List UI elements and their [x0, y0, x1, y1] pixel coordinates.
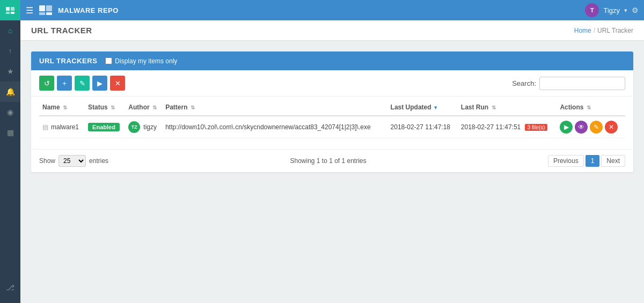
page-header: URL TRACKER Home / URL Tracker: [20, 20, 644, 41]
add-button[interactable]: +: [57, 76, 72, 91]
run-action-button[interactable]: ▶: [560, 121, 573, 134]
bell-sidebar-icon[interactable]: 🔔: [0, 82, 20, 102]
display-my-items-label[interactable]: Display my items only: [105, 57, 177, 65]
navbar-brand: MALWARE REPO: [39, 4, 119, 17]
globe-sidebar-icon[interactable]: ◉: [0, 102, 20, 122]
entries-label: entries: [89, 157, 108, 165]
breadcrumb-home[interactable]: Home: [574, 27, 591, 34]
sidebar-logo: [0, 0, 20, 20]
upload-sidebar-icon[interactable]: ↑: [0, 41, 20, 61]
cell-author: TZ tigzy: [125, 116, 162, 138]
chart-sidebar-icon[interactable]: ▦: [0, 122, 20, 143]
breadcrumb-current: URL Tracker: [597, 27, 633, 34]
sidebar: ⌂ ↑ ★ 🔔 ◉ ▦ ⎇: [0, 0, 20, 303]
cell-last-run: 2018-02-27 11:47:51 3 file(s): [458, 116, 557, 138]
breadcrumb: Home / URL Tracker: [574, 27, 633, 34]
navbar-right: T Tigzy ▾ ⚙: [585, 3, 639, 17]
breadcrumb-separator: /: [594, 27, 595, 34]
avatar: T: [585, 3, 599, 17]
run-button[interactable]: ▶: [92, 76, 107, 91]
svg-rect-6: [39, 12, 45, 15]
sort-name-icon: ⇅: [63, 105, 67, 110]
svg-rect-0: [6, 7, 10, 11]
next-page-button[interactable]: Next: [601, 155, 625, 167]
star-sidebar-icon[interactable]: ★: [0, 61, 20, 82]
files-badge: 3 file(s): [525, 124, 548, 131]
col-author[interactable]: Author ⇅: [125, 99, 162, 116]
svg-rect-7: [46, 12, 52, 15]
brand-icon: [39, 4, 55, 17]
author-avatar: TZ: [128, 121, 140, 133]
github-sidebar-icon[interactable]: ⎇: [0, 277, 20, 298]
user-dropdown-icon[interactable]: ▾: [624, 7, 627, 14]
svg-rect-4: [39, 5, 45, 11]
action-buttons: ▶ 👁 ✎ ✕: [560, 121, 622, 134]
row-icon: ▤: [42, 123, 48, 131]
card-header-title: URL TRACKERS: [39, 57, 97, 65]
col-last-updated[interactable]: Last Updated ▾: [387, 99, 458, 116]
sort-author-icon: ⇅: [152, 105, 157, 110]
search-label: Search:: [512, 79, 536, 87]
entries-select[interactable]: 25 50 100: [58, 155, 86, 167]
cell-last-updated: 2018-02-27 11:47:18: [387, 116, 458, 138]
col-last-run[interactable]: Last Run ⇅: [458, 99, 557, 116]
pagination-buttons: Previous 1 Next: [548, 155, 625, 167]
table-header: Name ⇅ Status ⇅ Author ⇅ Pattern ⇅ Last …: [39, 99, 625, 116]
card-header: URL TRACKERS Display my items only: [31, 51, 633, 70]
page-title: URL TRACKER: [31, 26, 92, 35]
row-name: malware1: [51, 123, 79, 131]
toolbar: ↺ + ✎ ▶ ✕ Search:: [31, 70, 633, 97]
col-pattern[interactable]: Pattern ⇅: [162, 99, 387, 116]
edit-button[interactable]: ✎: [75, 76, 90, 91]
brand-name: MALWARE REPO: [58, 6, 119, 14]
page-1-button[interactable]: 1: [586, 155, 600, 167]
cell-actions: ▶ 👁 ✎ ✕: [557, 116, 625, 138]
display-my-items-checkbox[interactable]: [105, 57, 112, 64]
col-actions[interactable]: Actions ⇅: [557, 99, 625, 116]
author-name: tigzy: [143, 123, 157, 131]
edit-action-button[interactable]: ✎: [590, 121, 603, 134]
cell-name: ▤ malware1: [39, 116, 85, 138]
svg-rect-1: [11, 7, 14, 11]
home-sidebar-icon[interactable]: ⌂: [0, 20, 20, 41]
sort-actions-icon: ⇅: [587, 105, 591, 110]
table-body: ▤ malware1 Enabled TZ tigzy http://down1…: [39, 116, 625, 138]
hamburger-icon[interactable]: ☰: [26, 5, 33, 16]
delete-button[interactable]: ✕: [110, 76, 125, 91]
cell-status: Enabled: [85, 116, 125, 138]
cell-pattern: http://down10\.zol\.com\.cn/skycndownern…: [162, 116, 387, 138]
main-card: URL TRACKERS Display my items only ↺ + ✎…: [31, 51, 633, 172]
gear-icon[interactable]: ⚙: [632, 6, 639, 14]
search-area: Search:: [512, 77, 625, 90]
sort-last-run-icon: ⇅: [492, 105, 496, 110]
top-navbar: ☰ MALWARE REPO T Tigzy ▾ ⚙: [20, 0, 644, 20]
search-input[interactable]: [539, 77, 625, 90]
sort-status-icon: ⇅: [111, 105, 115, 110]
pagination-bar: Show 25 50 100 entries Showing 1 to 1 of…: [31, 149, 633, 172]
refresh-button[interactable]: ↺: [39, 76, 54, 91]
show-entries: Show 25 50 100 entries: [39, 155, 108, 167]
col-name[interactable]: Name ⇅: [39, 99, 85, 116]
svg-rect-3: [11, 12, 14, 14]
svg-rect-5: [46, 5, 52, 11]
table-row: ▤ malware1 Enabled TZ tigzy http://down1…: [39, 116, 625, 138]
sort-pattern-icon: ⇅: [191, 105, 195, 110]
user-name[interactable]: Tigzy: [603, 6, 620, 14]
col-status[interactable]: Status ⇅: [85, 99, 125, 116]
sort-last-updated-icon: ▾: [434, 105, 437, 110]
previous-page-button[interactable]: Previous: [548, 155, 584, 167]
view-action-button[interactable]: 👁: [575, 121, 588, 134]
status-badge: Enabled: [88, 123, 120, 131]
content-area: URL TRACKERS Display my items only ↺ + ✎…: [20, 41, 644, 303]
main-content: ☰ MALWARE REPO T Tigzy ▾ ⚙ URL TRACKER: [20, 0, 644, 303]
delete-action-button[interactable]: ✕: [605, 121, 618, 134]
showing-text: Showing 1 to 1 of 1 entries: [290, 157, 366, 165]
url-trackers-table: Name ⇅ Status ⇅ Author ⇅ Pattern ⇅ Last …: [39, 99, 625, 138]
svg-rect-2: [6, 12, 10, 14]
table-wrap: Name ⇅ Status ⇅ Author ⇅ Pattern ⇅ Last …: [31, 99, 633, 146]
show-label: Show: [39, 157, 55, 165]
